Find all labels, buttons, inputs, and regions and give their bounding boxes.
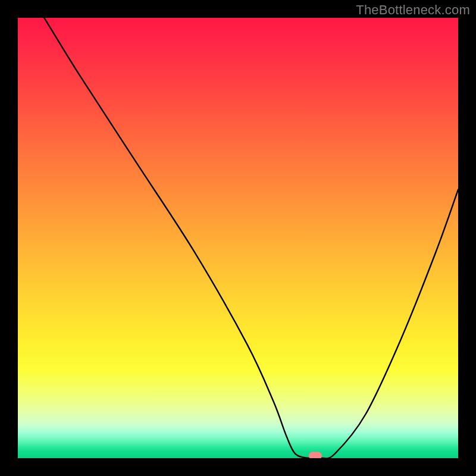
bottleneck-curve <box>18 18 458 458</box>
optimal-marker <box>309 452 322 458</box>
chart-frame: TheBottleneck.com <box>0 0 476 476</box>
plot-area <box>18 18 458 458</box>
watermark-text: TheBottleneck.com <box>356 2 470 18</box>
